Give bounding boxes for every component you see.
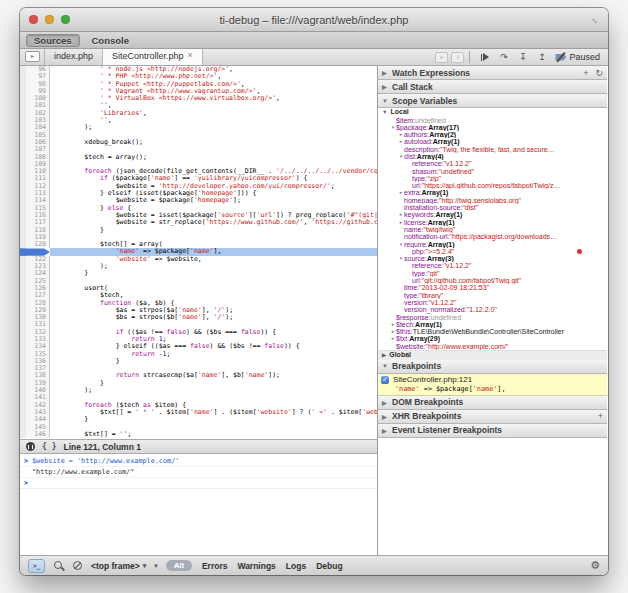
- line-number[interactable]: 128: [20, 300, 50, 307]
- scope-variable-row[interactable]: time: "2013-02-09 18:21:53": [378, 284, 607, 291]
- code-text[interactable]: [50, 278, 377, 285]
- section-watch-expressions[interactable]: ▶ Watch Expressions + ↻: [378, 66, 607, 80]
- line-number[interactable]: 146: [20, 431, 50, 438]
- filter-debug[interactable]: Debug: [316, 561, 342, 571]
- toggle-breakpoints-icon[interactable]: [552, 51, 569, 63]
- split-panel-icon[interactable]: ‖: [451, 52, 464, 63]
- step-into-icon[interactable]: ↧: [514, 51, 531, 63]
- code-text[interactable]: );: [50, 387, 377, 394]
- scope-variable-row[interactable]: $item: undefined: [378, 117, 607, 124]
- scope-variable-row[interactable]: ▾dist: Array(4): [378, 153, 607, 160]
- line-number[interactable]: 105: [20, 132, 50, 139]
- disclosure-right-icon[interactable]: ▶: [382, 351, 386, 360]
- code-text[interactable]: [50, 424, 377, 431]
- scope-local[interactable]: ▼Local: [378, 108, 607, 117]
- code-text[interactable]: [50, 321, 377, 328]
- tab-sources[interactable]: Sources: [26, 34, 80, 47]
- code-text[interactable]: 'Libraries',: [50, 110, 377, 117]
- line-number[interactable]: 136: [20, 358, 50, 365]
- scope-variable-row[interactable]: ▾source: Array(3): [378, 255, 607, 262]
- console-panel[interactable]: >$website = 'http://www.example.com/'"ht…: [20, 454, 377, 555]
- paused-indicator-icon[interactable]: [26, 442, 35, 451]
- line-number[interactable]: 141: [20, 394, 50, 401]
- scope-variable-row[interactable]: installation-source: "dist": [378, 204, 607, 211]
- line-number[interactable]: 96: [20, 66, 50, 73]
- line-number[interactable]: 124: [20, 270, 50, 277]
- line-number[interactable]: 101: [20, 102, 50, 109]
- code-text[interactable]: function ($a, $b) {: [50, 300, 377, 307]
- code-text[interactable]: $website = 'http://developer.yahoo.com/y…: [50, 183, 377, 190]
- code-text[interactable]: if (($as !== false) && ($bs === false)) …: [50, 329, 377, 336]
- section-scope-variables[interactable]: ▼ Scope Variables: [378, 94, 607, 108]
- code-text[interactable]: ' * node.js <http://nodejs.org/>',: [50, 66, 377, 73]
- scope-variable-row[interactable]: ▸$tech: Array(1): [378, 321, 607, 328]
- line-number[interactable]: 107: [20, 146, 50, 153]
- scope-variable-row[interactable]: ▸$this: TLE\Bundle\WebBundle\Controller\…: [378, 328, 607, 335]
- settings-gear-icon[interactable]: ⚙: [590, 559, 600, 572]
- scope-variable-row[interactable]: url: "git://github.com/fabpot/Twig.git": [378, 277, 607, 284]
- code-text[interactable]: $website = str_replace('https://www.gith…: [50, 219, 377, 226]
- show-navigator-icon[interactable]: ▸: [25, 51, 40, 62]
- line-number[interactable]: 122: [20, 256, 50, 263]
- code-text[interactable]: [50, 161, 377, 168]
- code-text[interactable]: ' * Vagrant <http://www.vagrantup.com/>'…: [50, 88, 377, 95]
- add-watch-icon[interactable]: +: [583, 68, 588, 78]
- code-text[interactable]: }: [50, 227, 377, 234]
- filter-chevron-down-icon[interactable]: ▾: [154, 562, 158, 570]
- code-text[interactable]: );: [50, 124, 377, 131]
- scope-global[interactable]: ▶Global: [378, 350, 607, 360]
- line-number[interactable]: 118: [20, 227, 50, 234]
- line-number[interactable]: 135: [20, 351, 50, 358]
- line-number[interactable]: 103: [20, 117, 50, 124]
- code-text[interactable]: ' * VirtualBox <https://www.virtualbox.o…: [50, 95, 377, 102]
- code-text[interactable]: 'website' => $website,: [50, 256, 377, 263]
- code-text[interactable]: }: [50, 416, 377, 423]
- line-number[interactable]: 111: [20, 175, 50, 182]
- scope-variable-row[interactable]: ▸license: Array(1): [378, 219, 607, 226]
- tab-console[interactable]: Console: [84, 34, 137, 47]
- code-text[interactable]: '',: [50, 102, 377, 109]
- code-text[interactable]: }: [50, 380, 377, 387]
- code-editor[interactable]: 96 ' * node.js <http://nodejs.org/>',97 …: [20, 66, 377, 439]
- code-text[interactable]: '',: [50, 117, 377, 124]
- breakpoint-entry[interactable]: ✓SiteController.php:121'name' => $packag…: [378, 374, 607, 396]
- line-number[interactable]: 127: [20, 292, 50, 299]
- scope-variable-row[interactable]: ▸authors: Array(2): [378, 131, 607, 138]
- line-number[interactable]: 123: [20, 263, 50, 270]
- line-number[interactable]: 113: [20, 190, 50, 197]
- line-number[interactable]: 143: [20, 409, 50, 416]
- code-text[interactable]: [50, 146, 377, 153]
- scope-variable-row[interactable]: type: "zip": [378, 175, 607, 182]
- scope-variable-row[interactable]: reference: "v1.12.2": [378, 160, 607, 167]
- pretty-print-icon[interactable]: { }: [42, 442, 56, 451]
- code-text[interactable]: }: [50, 358, 377, 365]
- line-number[interactable]: 119: [20, 234, 50, 241]
- code-text[interactable]: $tech[] = array(: [50, 241, 377, 248]
- code-text[interactable]: return strcasecmp($a['name'], $b['name']…: [50, 372, 377, 379]
- disclosure-right-icon[interactable]: ▶: [382, 427, 389, 434]
- line-number[interactable]: 98: [20, 81, 50, 88]
- section-dom-breakpoints[interactable]: ▶ DOM Breakpoints: [378, 396, 607, 410]
- code-text[interactable]: }: [50, 270, 377, 277]
- scope-variable-row[interactable]: $response: undefined: [378, 314, 607, 321]
- code-text[interactable]: $tech,: [50, 292, 377, 299]
- line-number[interactable]: 131: [20, 321, 50, 328]
- code-text[interactable]: foreach ($tech as $item) {: [50, 402, 377, 409]
- step-over-icon[interactable]: ↷: [495, 51, 512, 63]
- line-number[interactable]: 145: [20, 424, 50, 431]
- code-text[interactable]: foreach (json_decode(file_get_contents(_…: [50, 168, 377, 175]
- code-text[interactable]: $as = strpos($a['name'], '/');: [50, 307, 377, 314]
- file-tab-sitecontroller-php[interactable]: SiteController.php ×: [103, 49, 203, 65]
- line-number[interactable]: 104: [20, 124, 50, 131]
- code-text[interactable]: $tech = array();: [50, 154, 377, 161]
- scope-variable-row[interactable]: $website: "http://www.example.com/": [378, 343, 607, 350]
- code-text[interactable]: [50, 234, 377, 241]
- line-number[interactable]: 142: [20, 402, 50, 409]
- console-prompt[interactable]: >: [20, 478, 377, 489]
- section-xhr-breakpoints[interactable]: ▶ XHR Breakpoints +: [378, 410, 607, 424]
- line-number[interactable]: 117: [20, 219, 50, 226]
- code-text[interactable]: 'name' => $package['name'],: [50, 248, 377, 255]
- line-number[interactable]: 109: [20, 161, 50, 168]
- code-text[interactable]: ' * PHP <http://www.php.net/>',: [50, 73, 377, 80]
- scope-variable-row[interactable]: type: "git": [378, 270, 607, 277]
